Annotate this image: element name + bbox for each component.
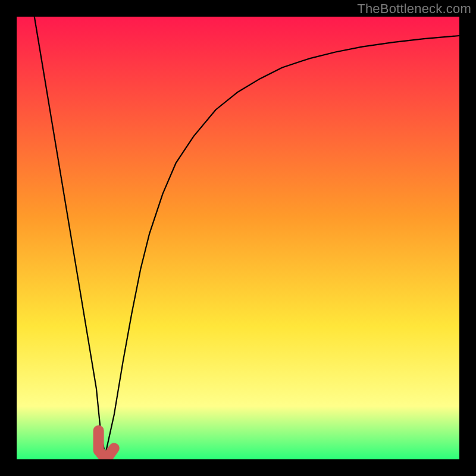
chart-plot-area bbox=[17, 17, 459, 459]
gradient-background bbox=[17, 17, 459, 459]
watermark-text: TheBottleneck.com bbox=[357, 1, 471, 17]
chart-frame: TheBottleneck.com bbox=[0, 0, 476, 476]
bottleneck-chart bbox=[17, 17, 459, 459]
